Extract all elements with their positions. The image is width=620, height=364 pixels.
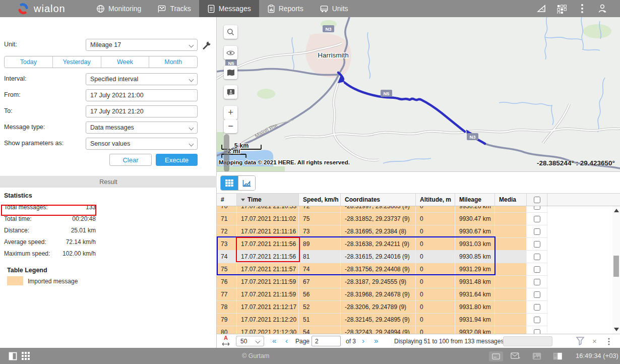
table-row[interactable]: 8017.07.2021 21:12:3054-28.32243, 29.249…: [217, 326, 547, 334]
yesterday-button[interactable]: Yesterday: [53, 56, 101, 68]
scrollbar-thumb[interactable]: [613, 256, 619, 277]
page-number-input[interactable]: [312, 336, 341, 346]
col-time[interactable]: Time: [237, 194, 299, 206]
row-checkbox[interactable]: [534, 279, 540, 285]
cell-num: 70: [217, 206, 237, 213]
show-params-select[interactable]: Sensor values: [86, 138, 198, 150]
table-row[interactable]: 7117.07.2021 21:11:0275-28.31852, 29.237…: [217, 213, 547, 225]
grid-view-button[interactable]: [221, 176, 238, 190]
table-row[interactable]: 7617.07.2021 21:11:5967-28.3187, 29.2455…: [217, 276, 547, 288]
scroll-up-icon[interactable]: [614, 209, 619, 212]
reading-panel-icon[interactable]: [552, 351, 563, 360]
week-button[interactable]: Week: [101, 56, 150, 68]
quick-range-group: Today Yesterday Week Month: [4, 56, 198, 68]
row-checkbox[interactable]: [534, 228, 540, 235]
interval-value: Specified interval: [90, 76, 138, 83]
more-options-icon[interactable]: [608, 338, 610, 345]
map-streetview-button[interactable]: [224, 85, 237, 99]
unit-select[interactable]: Mileage 17: [86, 39, 198, 51]
select-all-checkbox[interactable]: [534, 197, 540, 203]
tab-label: Monitoring: [108, 5, 141, 13]
map-search-button[interactable]: [224, 25, 237, 39]
from-input[interactable]: [86, 89, 198, 101]
table-row[interactable]: 7017.07.2021 21:10:5372-28.31997, 29.236…: [217, 206, 547, 213]
cell-media: [495, 251, 527, 263]
chevron-down-icon: [256, 339, 261, 344]
mail-notification-icon[interactable]: [510, 351, 521, 360]
cell-coords: -28.32145, 29.24895 (9): [341, 314, 416, 326]
cell-select: [527, 326, 547, 334]
col-num[interactable]: #: [217, 194, 237, 206]
wialon-app: wialon Monitoring Tracks Messages Report…: [0, 0, 620, 364]
cell-num: 79: [217, 314, 237, 326]
wrench-icon[interactable]: [202, 41, 212, 50]
cell-mileage: 9930.67 km: [455, 225, 495, 238]
row-checkbox[interactable]: [534, 206, 540, 210]
message-type-select[interactable]: Data messages: [86, 122, 198, 134]
row-checkbox[interactable]: [534, 317, 540, 323]
table-row[interactable]: 7417.07.2021 21:11:5681-28.31615, 29.240…: [217, 251, 547, 263]
apps-dots-icon[interactable]: [20, 351, 31, 360]
clear-filter-icon[interactable]: ×: [592, 337, 597, 345]
today-button[interactable]: Today: [5, 56, 53, 68]
col-mileage[interactable]: Mileage: [455, 194, 495, 206]
table-row[interactable]: 7517.07.2021 21:11:5774-28.31756, 29.244…: [217, 263, 547, 276]
cell-alt: 0: [416, 288, 455, 301]
page-size-select[interactable]: 50: [236, 336, 264, 346]
tab-monitoring[interactable]: Monitoring: [88, 0, 149, 17]
tab-tracks[interactable]: Tracks: [149, 0, 199, 17]
row-checkbox[interactable]: [534, 291, 540, 298]
execute-button[interactable]: Execute: [156, 154, 198, 166]
table-row[interactable]: 7217.07.2021 21:11:1673-28.31695, 29.238…: [217, 225, 547, 238]
row-checkbox[interactable]: [534, 216, 540, 222]
cell-alt: 0: [416, 213, 455, 225]
row-checkbox[interactable]: [534, 266, 540, 273]
last-page-button[interactable]: »: [374, 336, 378, 345]
col-speed[interactable]: Speed, km/h: [299, 194, 341, 206]
chart-view-button[interactable]: [238, 176, 255, 190]
tab-messages[interactable]: Messages: [199, 0, 259, 17]
gallery-icon[interactable]: [531, 351, 542, 360]
filter-input[interactable]: [503, 336, 552, 346]
table-row[interactable]: 7817.07.2021 21:12:1752-28.3206, 29.2478…: [217, 301, 547, 314]
clear-button[interactable]: Clear: [109, 154, 152, 166]
ruler-icon[interactable]: [535, 2, 548, 15]
wialon-logo[interactable]: wialon: [0, 0, 88, 17]
map-visibility-button[interactable]: [224, 46, 237, 59]
row-checkbox[interactable]: [534, 254, 540, 260]
tab-reports[interactable]: Reports: [259, 0, 312, 17]
map[interactable]: Maloti Rte N3 N5 N5 N3 Harrismith: [217, 17, 620, 172]
column-width-icon[interactable]: A: [222, 335, 230, 347]
zoom-out-button[interactable]: −: [224, 119, 237, 133]
next-page-button[interactable]: ›: [362, 336, 364, 345]
map-layers-button[interactable]: [224, 66, 237, 79]
map-scrollbar-thumb[interactable]: [224, 134, 229, 172]
first-page-button[interactable]: «: [272, 336, 276, 345]
table-scrollbar[interactable]: [612, 206, 620, 334]
interval-select[interactable]: Specified interval: [86, 73, 198, 85]
apps-grid-icon[interactable]: [555, 2, 569, 15]
table-row[interactable]: 7717.07.2021 21:11:5956-28.31968, 29.246…: [217, 288, 547, 301]
col-altitude[interactable]: Altitude, m: [416, 194, 455, 206]
kebab-menu-icon[interactable]: [576, 2, 589, 15]
row-checkbox[interactable]: [534, 241, 540, 248]
row-checkbox[interactable]: [534, 329, 540, 334]
col-media[interactable]: Media: [495, 194, 527, 206]
to-input[interactable]: [86, 105, 198, 117]
table-row[interactable]: 7917.07.2021 21:12:2051-28.32145, 29.248…: [217, 314, 547, 326]
user-icon[interactable]: [596, 2, 609, 15]
col-coordinates[interactable]: Coordinates: [341, 194, 416, 206]
table-row[interactable]: 7317.07.2021 21:11:5689-28.31638, 29.242…: [217, 238, 547, 251]
month-button[interactable]: Month: [149, 56, 197, 68]
tab-units[interactable]: Units: [312, 0, 356, 17]
zoom-in-button[interactable]: +: [224, 106, 237, 119]
result-header[interactable]: Result: [0, 176, 217, 188]
funnel-icon[interactable]: [576, 336, 585, 346]
chat-icon[interactable]: [489, 351, 503, 361]
row-checkbox[interactable]: [534, 304, 540, 311]
prev-page-button[interactable]: ‹: [285, 336, 288, 345]
cell-speed: 89: [299, 238, 341, 251]
scroll-down-icon[interactable]: [614, 328, 619, 331]
cell-select: [527, 263, 547, 276]
panel-toggle-icon[interactable]: [7, 351, 18, 360]
